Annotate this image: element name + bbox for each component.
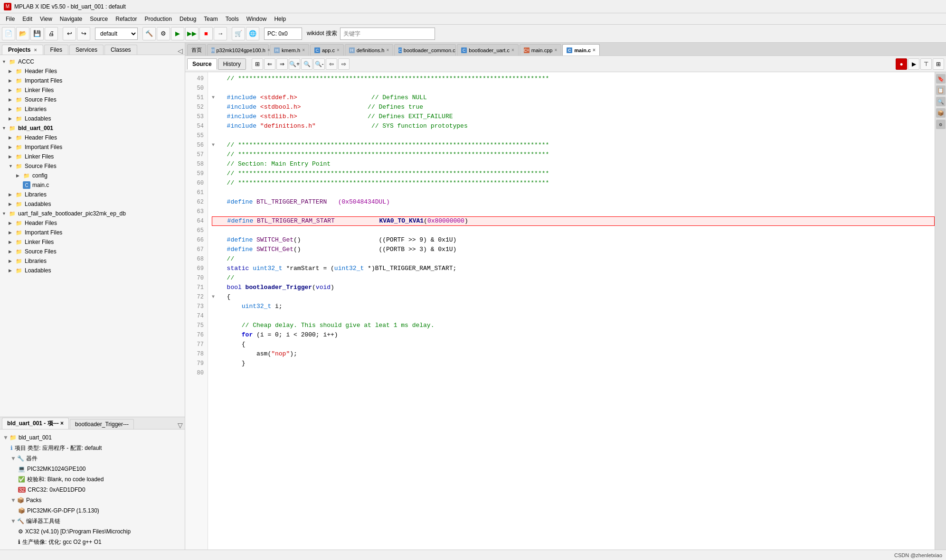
tab-kmem[interactable]: H kmem.h × (270, 44, 309, 56)
collapse-53[interactable] (212, 112, 218, 121)
tab-bootloader-common[interactable]: C bootloader_common.c × (394, 44, 456, 56)
side-icon-4[interactable]: 📦 (936, 108, 946, 118)
menu-edit[interactable]: Edit (19, 15, 36, 23)
close-tab-maincpp[interactable]: × (554, 47, 557, 53)
collapse-62[interactable] (212, 197, 218, 207)
bottom-item-dfp[interactable]: 📦 PIC32MK-GP-DFP (1.5.130) (3, 505, 182, 516)
print-button[interactable]: 🖨 (45, 27, 58, 40)
tree-item-linker-2[interactable]: ▶ 📁 Linker Files (0, 152, 185, 161)
stop-button[interactable]: ■ (199, 27, 213, 40)
close-tab-appc[interactable]: × (337, 47, 340, 53)
code-area[interactable]: // *************************************… (208, 72, 935, 550)
side-icon-2[interactable]: 📋 (936, 85, 946, 95)
tab-home[interactable]: 首页 (187, 44, 206, 56)
bottom-tab-bootloader[interactable]: bootloader_Trigger--- (70, 419, 134, 429)
collapse-78[interactable] (212, 349, 218, 359)
tree-item-linker-3[interactable]: ▶ 📁 Linker Files (0, 237, 185, 247)
collapse-49[interactable] (212, 74, 218, 84)
collapse-55[interactable] (212, 131, 218, 140)
bottom-item-devinfo[interactable]: ℹ Device support information: PIC32MK-GP… (3, 547, 182, 550)
tree-item-loadables-3[interactable]: ▶ 📁 Loadables (0, 266, 185, 275)
clean-build-button[interactable]: ⚙ (157, 27, 170, 40)
bottom-tab-bld[interactable]: bld_uart_001 - 项--- × (2, 418, 69, 429)
tree-item-bld[interactable]: ▼ 📁 bld_uart_001 (0, 123, 185, 133)
menu-window[interactable]: Window (243, 15, 271, 23)
breakpoint-btn[interactable]: ● (896, 58, 907, 70)
bottom-item-checksum[interactable]: ✅ 校验和: Blank, no code loaded (3, 474, 182, 485)
redo-button[interactable]: ↪ (77, 27, 90, 40)
side-icon-1[interactable]: 🔖 (936, 74, 946, 84)
collapse-67[interactable] (212, 245, 218, 254)
src-btn-6[interactable]: 🔍- (313, 58, 325, 70)
src-btn-9[interactable]: ▶ (908, 58, 919, 70)
build-button[interactable]: 🔨 (142, 27, 156, 40)
source-tab-history[interactable]: History (218, 58, 246, 70)
tab-maincpp[interactable]: C+ main.cpp × (520, 44, 561, 56)
close-tab-definitions[interactable]: × (386, 47, 389, 53)
tree-item-mainc[interactable]: C main.c (0, 180, 185, 190)
run-button[interactable]: ▶ (171, 27, 184, 40)
src-btn-7[interactable]: ⇦ (326, 58, 337, 70)
src-btn-4[interactable]: 🔍+ (289, 58, 300, 70)
tree-item-loadables-1[interactable]: ▶ 📁 Loadables (0, 114, 185, 123)
src-btn-10[interactable]: ⊤ (920, 58, 932, 70)
bottom-item-optimize[interactable]: ℹ 生产镜像: 优化: gcc O2 g++ O1 (3, 537, 182, 547)
collapse-64[interactable] (212, 216, 219, 226)
open-button[interactable]: 📂 (16, 27, 29, 40)
bottom-item-project-type[interactable]: ℹ 项目 类型: 应用程序 - 配置: default (3, 443, 182, 453)
collapse-56[interactable]: ▼ (212, 140, 218, 150)
collapse-60[interactable] (212, 178, 218, 188)
tree-item-source-1[interactable]: ▶ 📁 Source Files (0, 95, 185, 104)
tab-definitions[interactable]: H definitions.h × (345, 44, 394, 56)
tree-item-libraries-1[interactable]: ▶ 📁 Libraries (0, 104, 185, 114)
collapse-77[interactable] (212, 340, 218, 349)
menu-debug[interactable]: Debug (176, 15, 200, 23)
bottom-item-crc32[interactable]: 32 CRC32: 0xAED1DFD0 (3, 485, 182, 495)
collapse-61[interactable] (212, 188, 218, 197)
bottom-panel-close[interactable]: ▽ (178, 421, 183, 429)
side-icon-3[interactable]: 🔍 (936, 97, 946, 106)
collapse-80[interactable] (212, 368, 218, 378)
collapse-50[interactable] (212, 84, 218, 93)
undo-button[interactable]: ↩ (63, 27, 76, 40)
menu-tools[interactable]: Tools (222, 15, 243, 23)
collapse-75[interactable] (212, 321, 218, 330)
src-btn-3[interactable]: ⇒ (276, 58, 288, 70)
collapse-72[interactable]: ▼ (212, 292, 218, 302)
tree-item-source-2[interactable]: ▼ 📁 Source Files (0, 161, 185, 171)
tree-item-linker-1[interactable]: ▶ 📁 Linker Files (0, 85, 185, 95)
collapse-52[interactable] (212, 103, 218, 112)
config-select[interactable]: default (95, 28, 138, 40)
tree-item-uart[interactable]: ▼ 📁 uart_fail_safe_bootloader_pic32mk_ep… (0, 209, 185, 218)
tab-projects[interactable]: Projects × (2, 45, 43, 55)
menu-view[interactable]: View (36, 15, 56, 23)
collapse-69[interactable] (212, 264, 218, 273)
menu-file[interactable]: File (2, 15, 19, 23)
collapse-76[interactable] (212, 330, 218, 340)
collapse-74[interactable] (212, 311, 218, 321)
src-btn-5[interactable]: 🔍 (301, 58, 312, 70)
close-tab-bootloader-uart[interactable]: × (511, 47, 514, 53)
menu-production[interactable]: Production (141, 15, 176, 23)
tree-item-libraries-2[interactable]: ▶ 📁 Libraries (0, 190, 185, 199)
source-tab-source[interactable]: Source (187, 58, 217, 70)
tree-item-header-1[interactable]: ▶ 📁 Header Files (0, 66, 185, 76)
collapse-58[interactable] (212, 159, 218, 169)
collapse-63[interactable] (212, 207, 218, 216)
tree-item-libraries-3[interactable]: ▶ 📁 Libraries (0, 256, 185, 266)
collapse-79[interactable] (212, 359, 218, 368)
close-tab-mainc[interactable]: × (593, 47, 596, 53)
collapse-70[interactable] (212, 273, 218, 283)
debug-button[interactable]: ▶▶ (185, 27, 199, 40)
bottom-item-bld-root[interactable]: ▼ 📁 bld_uart_001 (3, 432, 182, 443)
tab-p32mk[interactable]: H p32mk1024gpe100.h × (207, 44, 269, 56)
menu-team[interactable]: Team (200, 15, 221, 23)
tree-item-loadables-2[interactable]: ▶ 📁 Loadables (0, 199, 185, 209)
tab-mainc[interactable]: C main.c × (562, 44, 600, 56)
new-button[interactable]: 📄 (2, 27, 15, 40)
tab-appc[interactable]: C app.c × (310, 44, 344, 56)
tree-item-accc[interactable]: ▼ 📁 ACCC (0, 57, 185, 66)
menu-navigate[interactable]: Navigate (56, 15, 86, 23)
menu-refactor[interactable]: Refactor (112, 15, 141, 23)
panel-close-button[interactable]: ◁ (178, 47, 183, 55)
